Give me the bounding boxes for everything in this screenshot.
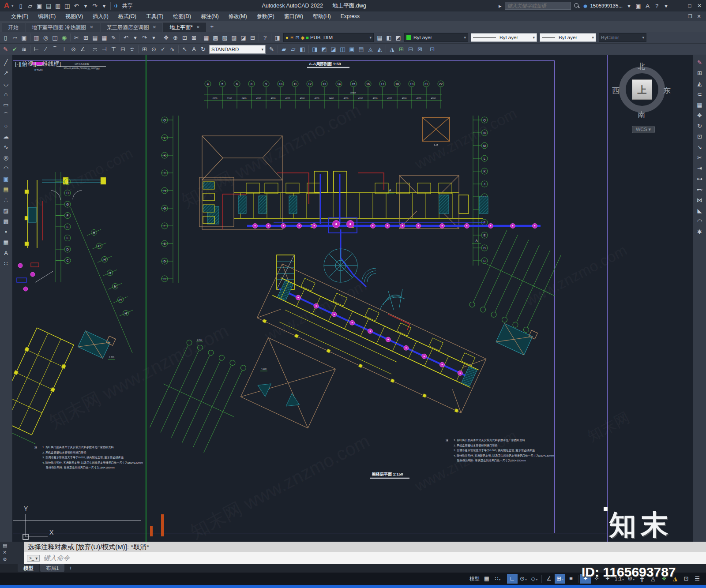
cut-icon[interactable]: ✂	[72, 33, 81, 42]
table-icon[interactable]: ⊟	[248, 33, 257, 42]
join-icon[interactable]: ⋈	[695, 195, 705, 205]
hide-tool-icon[interactable]: ⊟	[406, 45, 415, 54]
menu-dimension[interactable]: 标注(N)	[196, 11, 224, 21]
circle-icon[interactable]: ○	[1, 121, 11, 131]
open-icon[interactable]: ▱	[10, 33, 19, 42]
polygon-icon[interactable]: ⌂	[1, 90, 11, 99]
viewport-controls[interactable]: [-][俯视][二维线框]	[15, 60, 61, 68]
sphere-icon[interactable]: ◉	[60, 33, 69, 42]
autotrack-icon[interactable]: ∠	[544, 574, 554, 584]
minimize-button[interactable]: –	[675, 3, 685, 9]
menu-view[interactable]: 视图(V)	[60, 11, 88, 21]
menu-window[interactable]: 窗口(W)	[279, 11, 308, 21]
calculator-icon[interactable]: ▦	[202, 33, 211, 42]
publish-icon[interactable]: ◫	[63, 1, 72, 11]
help-caret-icon[interactable]: ▾	[661, 1, 671, 11]
caret-icon[interactable]: ▾	[81, 1, 90, 11]
viewcube-west[interactable]: 西	[612, 86, 620, 96]
snap-mode-icon[interactable]: ∷▾	[492, 574, 503, 584]
move-icon[interactable]: ✥	[695, 111, 705, 120]
caret-icon[interactable]: ▾	[131, 33, 140, 42]
dim-aligned-icon[interactable]: ∕	[41, 45, 50, 54]
layer-props-icon[interactable]: ▤	[375, 33, 384, 42]
fields-icon[interactable]: ▧	[220, 33, 229, 42]
group-icon[interactable]: ◩	[319, 45, 329, 54]
dimstyle-combo[interactable]: STANDARD ▾	[209, 45, 266, 54]
dim-radius-icon[interactable]: ⊘	[69, 45, 78, 54]
customize-wrench-icon[interactable]: ⚙	[3, 557, 24, 562]
insblock-icon[interactable]: ▣	[1, 174, 11, 184]
tab-layout1[interactable]: 布局1	[40, 564, 64, 572]
chevron-down-icon[interactable]: ▾	[589, 35, 594, 40]
autoscale-icon[interactable]: ✧	[591, 574, 602, 584]
redo-icon[interactable]: ↷	[90, 1, 100, 11]
dim-edit-icon[interactable]: ✎	[1, 45, 10, 54]
fillet-icon[interactable]: ◠	[695, 217, 705, 226]
autocad-logo-icon[interactable]: A	[2, 1, 11, 10]
dim-jog-icon[interactable]: ∿	[168, 45, 177, 54]
offset-icon[interactable]: ⊂	[695, 90, 705, 99]
help-menu-icon[interactable]: ?	[652, 1, 661, 11]
menu-edit[interactable]: 编辑(E)	[33, 11, 60, 21]
viewcube[interactable]: 北 南 西 东 上	[616, 63, 668, 118]
unisolate-tool-icon[interactable]: ⊠	[415, 45, 424, 54]
isolate-objects-icon[interactable]: ◬	[648, 574, 658, 584]
object-snap-icon[interactable]: ⊞▾	[555, 574, 565, 584]
mirror-icon[interactable]: ◭	[695, 79, 705, 89]
layer-vp-icon[interactable]: ⊡	[296, 35, 300, 41]
viewcube-east[interactable]: 东	[663, 86, 671, 96]
scale-icon[interactable]: ⊡	[695, 132, 705, 142]
command-close-icon[interactable]: ✕	[3, 550, 24, 555]
new-icon[interactable]: ▯	[16, 1, 26, 11]
isodraft-icon[interactable]: ◇▾	[529, 574, 540, 584]
saveas-icon[interactable]: ▤	[44, 1, 53, 11]
help-search-input[interactable]	[505, 2, 571, 10]
rect-icon[interactable]: ▭	[1, 100, 11, 110]
layer-prev-icon[interactable]: ◧	[384, 33, 394, 42]
layer-state-icon[interactable]: ◩	[394, 33, 403, 42]
do-above-icon[interactable]: ◧	[298, 45, 307, 54]
layer-thaw-icon[interactable]: ☀	[290, 35, 294, 41]
dim-break-icon[interactable]: ⊟	[118, 45, 128, 54]
dim-update-icon[interactable]: ↻	[199, 45, 208, 54]
mkblock-icon[interactable]: ▤	[1, 185, 11, 195]
workspace-switching-icon[interactable]: ⚙▾	[626, 574, 636, 584]
menu-draw[interactable]: 绘图(D)	[168, 11, 196, 21]
viewcube-north[interactable]: 北	[638, 61, 645, 71]
tab-ground-plan-active[interactable]: 地上平面* ✕	[163, 22, 206, 32]
tab-close-icon[interactable]: ✕	[153, 22, 156, 32]
array-icon[interactable]: ▦	[695, 100, 705, 110]
match-props-icon[interactable]: ✎	[109, 33, 118, 42]
caret-icon[interactable]: ▾	[149, 33, 158, 42]
ellipse-icon[interactable]: ◎	[1, 153, 11, 163]
account-caret-icon[interactable]: ▾	[624, 1, 634, 11]
doc-close-button[interactable]: ✕	[695, 14, 703, 19]
edit-hatch-icon[interactable]: ▤	[357, 45, 366, 54]
revcloud-icon[interactable]: ☁	[1, 132, 11, 142]
ortho-mode-icon[interactable]: ∟	[507, 574, 518, 584]
dim-space-icon[interactable]: ≎	[128, 45, 137, 54]
plotstyle-combo[interactable]: ByColor ▾	[599, 33, 646, 42]
doc-minimize-button[interactable]: –	[677, 14, 686, 19]
annotation-scale-value[interactable]: 1:1▾	[613, 574, 625, 584]
cad-drawing[interactable]: (P600) 分区送风机参数 970m³/h,4000Pa,5600W(冷), …	[12, 55, 693, 542]
customization-menu-icon[interactable]: ☰	[692, 574, 702, 584]
menu-help[interactable]: 帮助(H)	[308, 11, 336, 21]
autodesk-app-icon[interactable]: A	[643, 1, 652, 11]
chevron-down-icon[interactable]: ▾	[530, 35, 535, 40]
undo-icon[interactable]: ↶	[121, 33, 131, 42]
tab-hotel-hvac[interactable]: 某三层酒店空调图 ✕	[101, 22, 162, 32]
annotation-visibility-icon[interactable]: ✦	[580, 574, 591, 584]
menu-tools[interactable]: 工具(T)	[141, 11, 168, 21]
markup-icon[interactable]: ◪	[239, 33, 248, 42]
dim-angular-icon[interactable]: ∠	[78, 45, 87, 54]
save-icon[interactable]: ▣	[35, 1, 44, 11]
model-space-button[interactable]: 模型	[468, 574, 481, 584]
share-label[interactable]: 共享	[122, 2, 133, 10]
viewcube-top-face[interactable]: 上	[632, 79, 652, 100]
dim-check-icon[interactable]: ✔	[10, 45, 19, 54]
tab-basement-plan[interactable]: 地下室平面图 冷热源图 ✕	[26, 22, 100, 32]
copy-icon[interactable]: ⊞	[81, 33, 90, 42]
do-front-icon[interactable]: ▰	[279, 45, 289, 54]
tab-close-icon[interactable]: ✕	[90, 22, 93, 32]
